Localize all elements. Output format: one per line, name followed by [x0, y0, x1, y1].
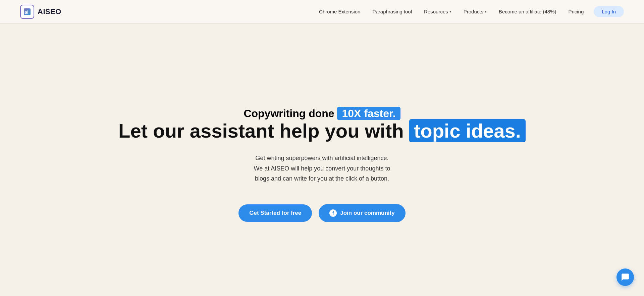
logo[interactable]: ai AISEO — [20, 5, 61, 19]
products-chevron-icon: ▾ — [485, 9, 487, 14]
hero-title-line1: Copywriting done 10X faster. — [244, 107, 400, 120]
nav-resources[interactable]: Resources ▾ — [419, 7, 456, 16]
chat-icon — [621, 273, 630, 282]
cta-buttons: Get Started for free f Join our communit… — [238, 204, 405, 222]
chat-widget-button[interactable] — [616, 268, 634, 286]
facebook-icon: f — [329, 209, 337, 217]
hero-title-line2: Let our assistant help you with topic id… — [118, 120, 526, 142]
hero-highlight-topic: topic ideas. — [409, 119, 526, 142]
nav-chrome-extension[interactable]: Chrome Extension — [314, 7, 365, 16]
resources-chevron-icon: ▾ — [449, 9, 451, 14]
logo-text: AISEO — [38, 7, 61, 16]
hero-description: Get writing superpowers with artificial … — [254, 153, 390, 184]
nav-products[interactable]: Products ▾ — [459, 7, 491, 16]
join-community-button[interactable]: f Join our community — [319, 204, 405, 222]
nav-paraphrasing-tool[interactable]: Paraphrasing tool — [368, 7, 417, 16]
get-started-button[interactable]: Get Started for free — [238, 204, 312, 222]
header: ai AISEO Chrome Extension Paraphrasing t… — [0, 0, 644, 23]
hero-highlight-faster: 10X faster. — [337, 107, 400, 120]
hero-section: Copywriting done 10X faster. Let our ass… — [0, 23, 644, 296]
main-nav: Chrome Extension Paraphrasing tool Resou… — [314, 6, 624, 17]
logo-icon: ai — [20, 5, 34, 19]
login-button[interactable]: Log In — [594, 6, 624, 17]
svg-text:ai: ai — [24, 9, 29, 15]
nav-pricing[interactable]: Pricing — [564, 7, 588, 16]
nav-affiliate[interactable]: Become an affiliate (48%) — [494, 7, 561, 16]
